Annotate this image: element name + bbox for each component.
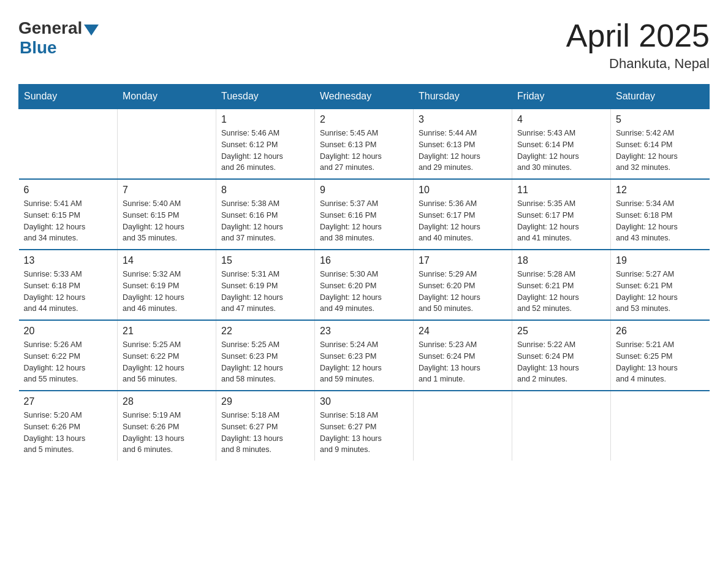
day-number: 24 bbox=[419, 326, 507, 337]
calendar-cell: 10Sunrise: 5:36 AM Sunset: 6:17 PM Dayli… bbox=[414, 179, 512, 250]
calendar-week-row: 6Sunrise: 5:41 AM Sunset: 6:15 PM Daylig… bbox=[19, 179, 710, 250]
calendar-cell: 12Sunrise: 5:34 AM Sunset: 6:18 PM Dayli… bbox=[611, 179, 710, 250]
day-info: Sunrise: 5:42 AM Sunset: 6:14 PM Dayligh… bbox=[616, 128, 705, 174]
title-area: April 2025 Dhankuta, Nepal bbox=[566, 18, 710, 72]
day-info: Sunrise: 5:31 AM Sunset: 6:19 PM Dayligh… bbox=[221, 269, 309, 315]
day-number: 7 bbox=[123, 185, 211, 196]
calendar-cell: 21Sunrise: 5:25 AM Sunset: 6:22 PM Dayli… bbox=[118, 320, 216, 391]
calendar-cell: 29Sunrise: 5:18 AM Sunset: 6:27 PM Dayli… bbox=[216, 391, 315, 461]
calendar-cell: 27Sunrise: 5:20 AM Sunset: 6:26 PM Dayli… bbox=[19, 391, 118, 461]
calendar-cell: 26Sunrise: 5:21 AM Sunset: 6:25 PM Dayli… bbox=[611, 320, 710, 391]
weekday-header-wednesday: Wednesday bbox=[315, 85, 414, 109]
day-number: 22 bbox=[221, 326, 309, 337]
day-info: Sunrise: 5:36 AM Sunset: 6:17 PM Dayligh… bbox=[419, 198, 507, 244]
calendar-cell: 17Sunrise: 5:29 AM Sunset: 6:20 PM Dayli… bbox=[414, 250, 512, 320]
day-info: Sunrise: 5:29 AM Sunset: 6:20 PM Dayligh… bbox=[419, 269, 507, 315]
day-info: Sunrise: 5:19 AM Sunset: 6:26 PM Dayligh… bbox=[123, 410, 211, 456]
logo-general-text: General bbox=[18, 18, 82, 38]
calendar-body: 1Sunrise: 5:46 AM Sunset: 6:12 PM Daylig… bbox=[19, 109, 710, 461]
day-info: Sunrise: 5:22 AM Sunset: 6:24 PM Dayligh… bbox=[517, 339, 605, 385]
day-number: 29 bbox=[221, 396, 309, 407]
day-number: 2 bbox=[320, 114, 408, 125]
calendar-cell: 14Sunrise: 5:32 AM Sunset: 6:19 PM Dayli… bbox=[118, 250, 216, 320]
day-info: Sunrise: 5:33 AM Sunset: 6:18 PM Dayligh… bbox=[24, 269, 113, 315]
day-info: Sunrise: 5:44 AM Sunset: 6:13 PM Dayligh… bbox=[419, 128, 507, 174]
day-info: Sunrise: 5:45 AM Sunset: 6:13 PM Dayligh… bbox=[320, 128, 408, 174]
calendar-cell: 22Sunrise: 5:25 AM Sunset: 6:23 PM Dayli… bbox=[216, 320, 315, 391]
day-number: 12 bbox=[616, 185, 705, 196]
day-info: Sunrise: 5:32 AM Sunset: 6:19 PM Dayligh… bbox=[123, 269, 211, 315]
calendar-cell: 2Sunrise: 5:45 AM Sunset: 6:13 PM Daylig… bbox=[315, 109, 414, 179]
calendar-cell: 30Sunrise: 5:18 AM Sunset: 6:27 PM Dayli… bbox=[315, 391, 414, 461]
day-number: 3 bbox=[419, 114, 507, 125]
calendar-cell: 5Sunrise: 5:42 AM Sunset: 6:14 PM Daylig… bbox=[611, 109, 710, 179]
calendar-cell bbox=[611, 391, 710, 461]
day-info: Sunrise: 5:30 AM Sunset: 6:20 PM Dayligh… bbox=[320, 269, 408, 315]
logo-blue-text: Blue bbox=[20, 38, 57, 58]
day-info: Sunrise: 5:43 AM Sunset: 6:14 PM Dayligh… bbox=[517, 128, 605, 174]
calendar-cell: 1Sunrise: 5:46 AM Sunset: 6:12 PM Daylig… bbox=[216, 109, 315, 179]
day-number: 23 bbox=[320, 326, 408, 337]
day-info: Sunrise: 5:23 AM Sunset: 6:24 PM Dayligh… bbox=[419, 339, 507, 385]
day-number: 5 bbox=[616, 114, 705, 125]
day-number: 11 bbox=[517, 185, 605, 196]
day-info: Sunrise: 5:24 AM Sunset: 6:23 PM Dayligh… bbox=[320, 339, 408, 385]
day-info: Sunrise: 5:20 AM Sunset: 6:26 PM Dayligh… bbox=[24, 410, 113, 456]
weekday-header-thursday: Thursday bbox=[414, 85, 512, 109]
calendar-cell: 9Sunrise: 5:37 AM Sunset: 6:16 PM Daylig… bbox=[315, 179, 414, 250]
day-number: 6 bbox=[24, 185, 113, 196]
day-info: Sunrise: 5:27 AM Sunset: 6:21 PM Dayligh… bbox=[616, 269, 705, 315]
calendar-cell: 3Sunrise: 5:44 AM Sunset: 6:13 PM Daylig… bbox=[414, 109, 512, 179]
day-number: 10 bbox=[419, 185, 507, 196]
day-info: Sunrise: 5:41 AM Sunset: 6:15 PM Dayligh… bbox=[24, 198, 113, 244]
day-number: 30 bbox=[320, 396, 408, 407]
calendar-cell: 16Sunrise: 5:30 AM Sunset: 6:20 PM Dayli… bbox=[315, 250, 414, 320]
calendar-cell: 13Sunrise: 5:33 AM Sunset: 6:18 PM Dayli… bbox=[19, 250, 118, 320]
calendar-cell: 19Sunrise: 5:27 AM Sunset: 6:21 PM Dayli… bbox=[611, 250, 710, 320]
logo-triangle-icon bbox=[84, 25, 99, 36]
calendar-week-row: 13Sunrise: 5:33 AM Sunset: 6:18 PM Dayli… bbox=[19, 250, 710, 320]
day-info: Sunrise: 5:25 AM Sunset: 6:22 PM Dayligh… bbox=[123, 339, 211, 385]
day-info: Sunrise: 5:26 AM Sunset: 6:22 PM Dayligh… bbox=[24, 339, 113, 385]
day-info: Sunrise: 5:28 AM Sunset: 6:21 PM Dayligh… bbox=[517, 269, 605, 315]
calendar-cell: 20Sunrise: 5:26 AM Sunset: 6:22 PM Dayli… bbox=[19, 320, 118, 391]
logo: General Blue bbox=[18, 18, 99, 58]
weekday-header-friday: Friday bbox=[512, 85, 611, 109]
day-number: 9 bbox=[320, 185, 408, 196]
calendar-cell bbox=[19, 109, 118, 179]
weekday-header-sunday: Sunday bbox=[19, 85, 118, 109]
day-number: 27 bbox=[24, 396, 113, 407]
day-number: 28 bbox=[123, 396, 211, 407]
weekday-header-tuesday: Tuesday bbox=[216, 85, 315, 109]
calendar-week-row: 27Sunrise: 5:20 AM Sunset: 6:26 PM Dayli… bbox=[19, 391, 710, 461]
day-number: 14 bbox=[123, 255, 211, 266]
day-info: Sunrise: 5:25 AM Sunset: 6:23 PM Dayligh… bbox=[221, 339, 309, 385]
day-info: Sunrise: 5:34 AM Sunset: 6:18 PM Dayligh… bbox=[616, 198, 705, 244]
day-info: Sunrise: 5:35 AM Sunset: 6:17 PM Dayligh… bbox=[517, 198, 605, 244]
day-info: Sunrise: 5:21 AM Sunset: 6:25 PM Dayligh… bbox=[616, 339, 705, 385]
day-number: 13 bbox=[24, 255, 113, 266]
day-info: Sunrise: 5:37 AM Sunset: 6:16 PM Dayligh… bbox=[320, 198, 408, 244]
day-number: 17 bbox=[419, 255, 507, 266]
day-number: 26 bbox=[616, 326, 705, 337]
calendar-cell: 8Sunrise: 5:38 AM Sunset: 6:16 PM Daylig… bbox=[216, 179, 315, 250]
calendar-cell: 7Sunrise: 5:40 AM Sunset: 6:15 PM Daylig… bbox=[118, 179, 216, 250]
calendar-cell: 23Sunrise: 5:24 AM Sunset: 6:23 PM Dayli… bbox=[315, 320, 414, 391]
weekday-header-monday: Monday bbox=[118, 85, 216, 109]
day-number: 15 bbox=[221, 255, 309, 266]
day-info: Sunrise: 5:18 AM Sunset: 6:27 PM Dayligh… bbox=[221, 410, 309, 456]
calendar-cell bbox=[512, 391, 611, 461]
weekday-header-saturday: Saturday bbox=[611, 85, 710, 109]
calendar-title: April 2025 bbox=[566, 18, 710, 53]
calendar-cell: 6Sunrise: 5:41 AM Sunset: 6:15 PM Daylig… bbox=[19, 179, 118, 250]
calendar-cell: 4Sunrise: 5:43 AM Sunset: 6:14 PM Daylig… bbox=[512, 109, 611, 179]
calendar-cell: 24Sunrise: 5:23 AM Sunset: 6:24 PM Dayli… bbox=[414, 320, 512, 391]
day-info: Sunrise: 5:40 AM Sunset: 6:15 PM Dayligh… bbox=[123, 198, 211, 244]
calendar-cell bbox=[414, 391, 512, 461]
calendar-week-row: 20Sunrise: 5:26 AM Sunset: 6:22 PM Dayli… bbox=[19, 320, 710, 391]
calendar-subtitle: Dhankuta, Nepal bbox=[566, 56, 710, 72]
day-number: 8 bbox=[221, 185, 309, 196]
calendar-cell: 18Sunrise: 5:28 AM Sunset: 6:21 PM Dayli… bbox=[512, 250, 611, 320]
page-header: General Blue April 2025 Dhankuta, Nepal bbox=[18, 18, 710, 72]
day-number: 1 bbox=[221, 114, 309, 125]
